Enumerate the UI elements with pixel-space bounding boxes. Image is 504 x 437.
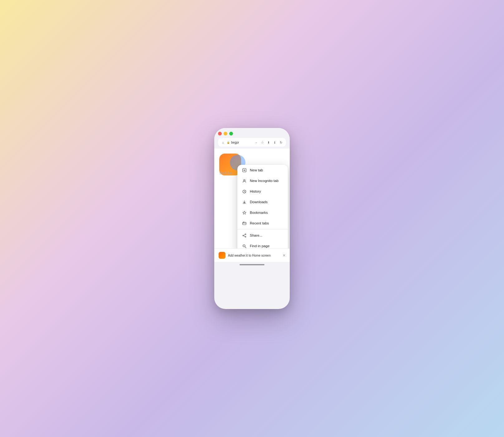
new-tab-icon — [242, 168, 247, 173]
address-bar[interactable]: ⌂ 🔒 begpr → ☆ ⬇ ℹ ↻ — [218, 138, 286, 147]
svg-rect-9 — [243, 222, 244, 223]
page-content: Start typ... New tab — [214, 149, 290, 248]
traffic-light-yellow[interactable] — [224, 132, 227, 135]
url-display: begpr — [231, 141, 252, 144]
download-icon[interactable]: ⬇ — [266, 140, 271, 145]
menu-separator-1 — [237, 229, 288, 229]
find-in-page-icon — [242, 243, 247, 248]
svg-point-12 — [243, 235, 244, 236]
menu-item-history[interactable]: History — [237, 186, 288, 197]
lock-icon: 🔒 — [227, 141, 230, 144]
share-icon — [242, 233, 247, 238]
traffic-lights — [218, 132, 286, 135]
menu-item-downloads[interactable]: Downloads — [237, 197, 288, 207]
home-bar — [240, 264, 264, 265]
menu-label-find-in-page: Find in page — [250, 244, 284, 248]
svg-line-16 — [245, 247, 246, 248]
svg-point-3 — [244, 179, 245, 181]
home-icon[interactable]: ⌂ — [220, 140, 225, 145]
recent-tabs-icon — [242, 221, 247, 226]
svg-rect-7 — [243, 222, 246, 225]
svg-line-13 — [244, 234, 245, 235]
menu-item-share[interactable]: Share... — [237, 230, 288, 241]
menu-label-history: History — [250, 189, 284, 193]
home-indicator — [214, 262, 290, 268]
dropdown-menu: New tab New Incognito tab — [237, 165, 288, 248]
menu-item-new-tab[interactable]: New tab — [237, 165, 288, 175]
info-icon[interactable]: ℹ — [272, 140, 277, 145]
menu-label-recent-tabs: Recent tabs — [250, 221, 284, 225]
refresh-icon[interactable]: ↻ — [279, 140, 284, 145]
menu-label-new-tab: New tab — [250, 168, 284, 172]
traffic-light-red[interactable] — [218, 132, 222, 135]
menu-label-bookmarks: Bookmarks — [250, 211, 284, 214]
browser-chrome: ⌂ 🔒 begpr → ☆ ⬇ ℹ ↻ — [214, 128, 290, 149]
bookmark-icon[interactable]: ☆ — [260, 140, 265, 145]
history-icon — [242, 189, 247, 194]
traffic-light-green[interactable] — [229, 132, 233, 135]
forward-icon[interactable]: → — [254, 140, 259, 145]
menu-label-new-incognito-tab: New Incognito tab — [250, 179, 284, 183]
svg-point-15 — [243, 245, 245, 247]
banner-close-button[interactable]: × — [283, 253, 285, 258]
svg-point-11 — [245, 236, 246, 237]
new-incognito-tab-icon — [242, 178, 247, 183]
menu-item-recent-tabs[interactable]: Recent tabs — [237, 218, 288, 228]
menu-item-bookmarks[interactable]: Bookmarks — [237, 207, 288, 218]
svg-line-14 — [244, 236, 245, 236]
banner-text: Add weather.it to Home screen — [228, 254, 280, 257]
menu-item-find-in-page[interactable]: Find in page — [237, 241, 288, 248]
downloads-icon — [242, 199, 247, 204]
svg-point-10 — [245, 234, 246, 235]
menu-label-share: Share... — [250, 233, 284, 237]
banner-app-icon — [219, 252, 225, 259]
menu-item-new-incognito-tab[interactable]: New Incognito tab — [237, 175, 288, 186]
menu-label-downloads: Downloads — [250, 200, 284, 204]
bookmarks-icon — [242, 210, 247, 215]
bottom-banner: Add weather.it to Home screen × — [214, 248, 290, 262]
svg-marker-6 — [243, 211, 246, 214]
phone-container: ⌂ 🔒 begpr → ☆ ⬇ ℹ ↻ Start typ... — [214, 128, 290, 309]
start-typing-text: Start typ... — [219, 171, 235, 175]
